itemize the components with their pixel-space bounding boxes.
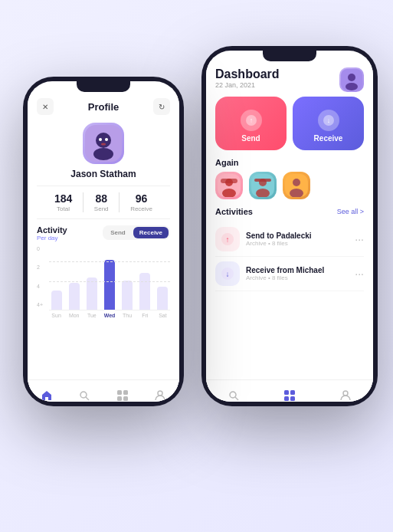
receive-toggle-btn[interactable]: Receive [133,227,169,238]
activity-send-icon: ↑ [215,227,240,251]
dashboard-screen: Dashboard 22 Jan, 2021 ↑ Se [206,51,373,402]
bar-wed-rect [104,260,115,310]
stat-receive-value: 96 [136,192,148,205]
activity-1-name: Send to Padalecki [246,232,355,240]
bar-fri [138,273,152,310]
x-label-mon: Mon [67,313,81,318]
activity-2-detail: Archive • 8 files [246,274,355,281]
user-avatar [83,123,124,164]
activity-1-more[interactable]: ··· [355,233,364,245]
phone2-frame: Dashboard 22 Jan, 2021 ↑ Se [201,46,378,406]
svg-point-16 [293,179,300,186]
receive-card[interactable]: ↓ Receive [293,97,364,150]
x-label-thu: Thu [120,313,135,318]
send-card[interactable]: ↑ Send [215,97,287,150]
profile-header: ✕ Profile ↻ [28,92,179,118]
svg-rect-37 [117,390,122,395]
activity-toggle: Send Receive [103,225,170,240]
nav-profile[interactable] [151,386,169,402]
svg-point-33 [105,138,108,141]
activity-receive-icon: ↓ [215,261,240,286]
profile-bottom-nav [28,379,179,402]
svg-rect-26 [284,396,289,401]
receive-card-label: Receive [314,134,343,143]
activity-section: Activity Per day Send Receive 4+ 4 2 0 [28,219,179,379]
activities-list: ↑ Send to Padalecki Archive • 8 files ··… [206,221,373,379]
activity-item-2: ↓ Receive from Michael Archive • 8 files… [215,257,364,291]
stats-row: 184 Total 88 Send 96 Receive [37,186,170,219]
send-toggle-btn[interactable]: Send [104,227,132,238]
chart-bars [49,249,170,310]
dashboard-header: Dashboard 22 Jan, 2021 [206,61,373,97]
bar-tue [84,277,99,310]
send-card-icon: ↑ [241,110,262,131]
stat-send-label: Send [94,205,109,212]
see-all-link[interactable]: See all > [337,208,364,215]
close-button[interactable]: ✕ [37,98,54,115]
stat-send-value: 88 [95,192,107,205]
bar-sun-rect [51,291,62,310]
svg-rect-13 [254,179,271,182]
svg-rect-9 [221,179,237,183]
svg-line-23 [235,397,238,400]
bar-thu-rect [122,281,133,310]
again-title: Again [215,158,239,167]
svg-point-41 [158,391,162,396]
bar-mon-rect [69,283,80,310]
svg-rect-27 [290,396,295,401]
phone1-frame: ✕ Profile ↻ Jason Statham [23,77,184,406]
stat-total-value: 184 [54,192,72,205]
svg-point-32 [99,138,102,141]
stat-total-label: Total [57,205,70,212]
activities-title: Activities [215,207,253,216]
svg-rect-24 [284,390,289,395]
nav-grid[interactable] [113,386,132,402]
y-label-4: 4 [37,284,43,289]
profile-avatar-section: Jason Statham [28,118,179,186]
contacts-row [206,172,373,205]
dashboard-title: Dashboard [215,67,280,81]
stat-receive-label: Receive [130,205,152,212]
nav-home[interactable] [38,386,56,402]
stat-divider-2 [119,192,120,212]
svg-point-30 [96,133,111,148]
stat-send: 88 Send [94,192,109,212]
activity-title: Activity [37,225,67,235]
dashboard-bottom-nav [206,379,373,402]
y-label-4plus: 4+ [37,302,43,307]
dash-nav-grid[interactable] [280,386,299,402]
activities-section-header: Activities See all > [206,205,373,221]
activity-item-1: ↑ Send to Padalecki Archive • 8 files ··… [215,222,364,257]
stat-total: 184 Total [54,192,72,212]
refresh-button[interactable]: ↻ [153,98,170,115]
dash-nav-profile[interactable] [336,386,355,402]
chart-dotted-line-1 [49,261,170,262]
dash-nav-search[interactable] [224,386,243,402]
chart-x-labels: Sun Mon Tue Wed Thu Fri Sat [49,313,170,318]
svg-rect-38 [123,390,128,395]
bar-sat-rect [157,287,168,310]
dashboard-avatar[interactable] [339,67,364,92]
notch1 [77,81,130,92]
contact-avatar-1[interactable] [215,172,243,199]
x-label-fri: Fri [138,313,152,318]
x-label-sat: Sat [156,313,170,318]
receive-card-icon: ↓ [318,110,339,131]
activity-2-more[interactable]: ··· [355,268,364,280]
stat-receive: 96 Receive [130,192,152,212]
y-label-0: 0 [37,246,43,251]
svg-text:↓: ↓ [226,270,230,278]
svg-point-22 [230,392,236,398]
activity-2-name: Receive from Michael [246,266,355,274]
svg-point-35 [80,392,87,398]
notch2 [263,51,316,61]
contact-avatar-2[interactable] [249,172,277,199]
bar-mon [67,283,81,310]
nav-search[interactable] [75,386,93,402]
chart-y-labels: 4+ 4 2 0 [37,246,43,307]
dashboard-date: 22 Jan, 2021 [215,81,280,89]
contact-avatar-3[interactable] [283,172,310,199]
svg-point-28 [343,391,348,396]
chart-area: 4+ 4 2 0 [37,246,170,318]
svg-rect-40 [123,396,128,401]
